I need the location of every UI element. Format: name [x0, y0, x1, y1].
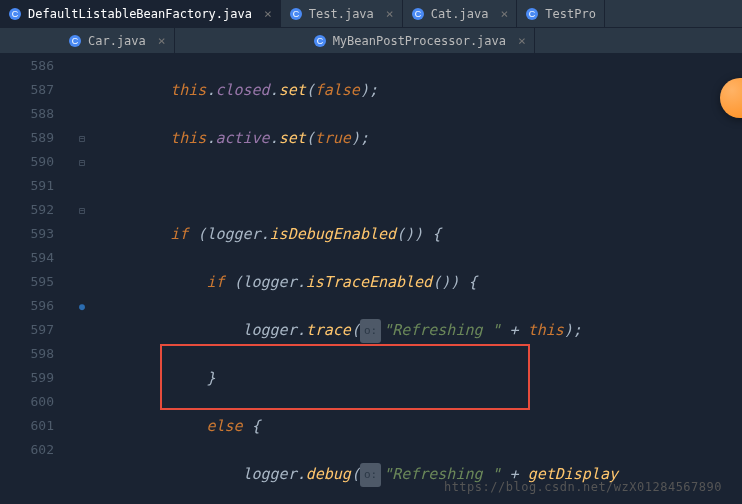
svg-text:C: C: [12, 9, 19, 19]
svg-text:C: C: [316, 36, 323, 46]
line-number: 590: [0, 150, 54, 174]
tab-bar-row1: C DefaultListableBeanFactory.java × C Te…: [0, 0, 742, 28]
tab-label: MyBeanPostProcessor.java: [333, 34, 506, 48]
line-number: 587: [0, 78, 54, 102]
line-number-gutter: 586 587 588 589 590 591 592 593 594 595 …: [0, 54, 72, 504]
java-class-icon: C: [8, 7, 22, 21]
fold-gutter: ⊟ ⊟ ⊟ ●: [72, 54, 94, 504]
close-icon[interactable]: ×: [500, 6, 508, 21]
line-number: 594: [0, 246, 54, 270]
svg-text:C: C: [293, 9, 300, 19]
close-icon[interactable]: ×: [518, 33, 526, 48]
tab-mybeanpostprocessor[interactable]: C MyBeanPostProcessor.java ×: [305, 28, 535, 53]
java-class-icon: C: [313, 34, 327, 48]
tab-defaultlistablebeanfactory[interactable]: C DefaultListableBeanFactory.java ×: [0, 0, 281, 27]
tab-label: Cat.java: [431, 7, 489, 21]
svg-text:C: C: [72, 36, 79, 46]
tab-label: Test.java: [309, 7, 374, 21]
line-number: 601: [0, 414, 54, 438]
line-number: 586: [0, 54, 54, 78]
svg-text:C: C: [529, 9, 536, 19]
tab-testpro[interactable]: C TestPro: [517, 0, 605, 27]
line-number: 589: [0, 126, 54, 150]
tab-label: DefaultListableBeanFactory.java: [28, 7, 252, 21]
line-number: 588: [0, 102, 54, 126]
java-class-icon: C: [289, 7, 303, 21]
close-icon[interactable]: ×: [386, 6, 394, 21]
close-icon[interactable]: ×: [158, 33, 166, 48]
fold-icon[interactable]: ⊟: [75, 203, 89, 217]
line-number: 600: [0, 390, 54, 414]
tab-label: Car.java: [88, 34, 146, 48]
line-number: 602: [0, 438, 54, 462]
bookmark-icon[interactable]: ●: [75, 299, 89, 313]
java-class-icon: C: [68, 34, 82, 48]
tab-car[interactable]: C Car.java ×: [60, 28, 175, 53]
line-number: 597: [0, 318, 54, 342]
tab-bar-row2: C Car.java × C MyBeanPostProcessor.java …: [0, 28, 742, 54]
code-content[interactable]: this.closed.set(false); this.active.set(…: [94, 54, 742, 504]
java-class-icon: C: [411, 7, 425, 21]
fold-icon[interactable]: ⊟: [75, 131, 89, 145]
line-number: 596: [0, 294, 54, 318]
line-number: 599: [0, 366, 54, 390]
tab-cat[interactable]: C Cat.java ×: [403, 0, 518, 27]
line-number: 598: [0, 342, 54, 366]
close-icon[interactable]: ×: [264, 6, 272, 21]
fold-icon[interactable]: ⊟: [75, 155, 89, 169]
java-class-icon: C: [525, 7, 539, 21]
line-number: 592: [0, 198, 54, 222]
tab-test[interactable]: C Test.java ×: [281, 0, 403, 27]
line-number: 595: [0, 270, 54, 294]
param-hint-icon: o:: [360, 319, 381, 343]
svg-text:C: C: [414, 9, 421, 19]
editor-area[interactable]: 586 587 588 589 590 591 592 593 594 595 …: [0, 54, 742, 504]
param-hint-icon: o:: [360, 463, 381, 487]
tab-label: TestPro: [545, 7, 596, 21]
watermark-text: https://blog.csdn.net/wzX01284567890: [444, 480, 722, 494]
line-number: 591: [0, 174, 54, 198]
line-number: 593: [0, 222, 54, 246]
